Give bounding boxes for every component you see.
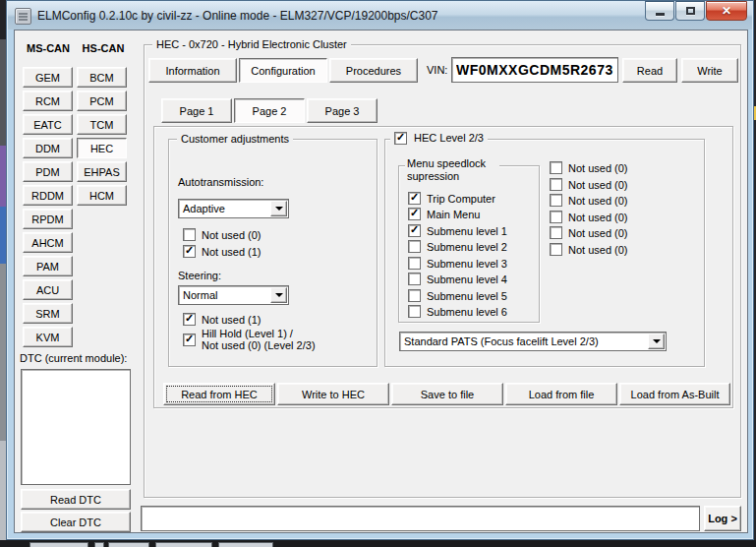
checkbox-submenu-3[interactable]: Submenu level 3	[408, 257, 507, 270]
tab-page-1[interactable]: Page 1	[161, 98, 232, 123]
screen: ELMConfig 0.2.10c by civil-zz - Online m…	[0, 0, 756, 547]
autotransmission-select[interactable]: Adaptive	[178, 199, 289, 218]
module-button-bcm[interactable]: BCM	[77, 67, 127, 88]
checkbox-not-used-1b[interactable]: ✓ Not used (1)	[183, 313, 262, 326]
steering-value: Normal	[179, 286, 269, 304]
checkbox-not-used-r5[interactable]: Not used (0)	[550, 226, 628, 239]
checkbox-box	[550, 211, 562, 223]
checkbox-not-used-r6[interactable]: Not used (0)	[550, 243, 628, 256]
clear-dtc-button[interactable]: Clear DTC	[21, 512, 131, 532]
taskbar-edge	[0, 540, 756, 547]
maximize-button[interactable]	[675, 1, 705, 21]
tab-procedures[interactable]: Procedures	[329, 58, 418, 83]
load-from-file-button[interactable]: Load from file	[505, 383, 617, 405]
checkbox-box: ✓	[183, 334, 196, 346]
module-button-hcm[interactable]: HCM	[77, 185, 127, 206]
checkbox-trip-computer[interactable]: ✓ Trip Computer	[408, 192, 495, 205]
module-button-rcm[interactable]: RCM	[23, 91, 73, 111]
checkbox-box	[550, 226, 562, 239]
hec-level-checkbox[interactable]: ✓	[394, 132, 407, 145]
minimize-button[interactable]	[645, 1, 674, 21]
chevron-down-icon[interactable]	[270, 201, 287, 216]
checkbox-not-used-r1[interactable]: Not used (0)	[550, 161, 628, 174]
check-icon: ✓	[396, 131, 405, 144]
checkbox-hill-hold[interactable]: ✓ Hill Hold (Level 1) / Not used (0) (Le…	[183, 328, 316, 351]
checkbox-not-used-r2[interactable]: Not used (0)	[550, 178, 628, 191]
checkbox-label: Not used (0)	[568, 195, 628, 207]
checkbox-label-line2: Not used (0) (Level 2/3)	[202, 339, 316, 351]
tab-information[interactable]: Information	[148, 58, 237, 83]
checkbox-label: Not used (0)	[568, 162, 628, 174]
checkbox-label: Not used (1)	[202, 314, 262, 326]
tab-page-3[interactable]: Page 3	[307, 98, 378, 123]
check-icon: ✓	[410, 223, 419, 236]
log-input[interactable]	[141, 506, 700, 531]
module-button-tcm[interactable]: TCM	[77, 114, 127, 135]
checkbox-main-menu[interactable]: ✓ Main Menu	[408, 208, 480, 220]
checkbox-box	[408, 257, 421, 270]
dtc-label: DTC (current module):	[20, 352, 127, 364]
checkbox-not-used-r4[interactable]: Not used (0)	[550, 211, 628, 223]
checkbox-not-used-0[interactable]: Not used (0)	[183, 228, 262, 241]
check-icon: ✓	[410, 207, 419, 219]
module-button-hec[interactable]: HEC	[77, 138, 127, 158]
menu-speedlock-title: Menu speedlock supression	[405, 157, 499, 183]
checkbox-label: Main Menu	[427, 209, 480, 220]
module-button-srm[interactable]: SRM	[23, 303, 73, 324]
steering-label: Steering:	[178, 270, 221, 281]
checkbox-submenu-5[interactable]: Submenu level 5	[408, 289, 507, 302]
close-button[interactable]: ✕	[706, 1, 747, 21]
module-button-ddm[interactable]: DDM	[23, 138, 73, 158]
read-button[interactable]: Read	[622, 58, 677, 83]
app-window: ELMConfig 0.2.10c by civil-zz - Online m…	[6, 0, 754, 540]
checkbox-submenu-2[interactable]: Submenu level 2	[408, 240, 507, 253]
checkbox-not-used-1[interactable]: ✓ Not used (1)	[183, 245, 262, 258]
hs-can-label: HS-CAN	[76, 42, 131, 54]
module-button-rpdm[interactable]: RPDM	[23, 209, 73, 229]
tab-page-2[interactable]: Page 2	[234, 98, 305, 123]
pats-value: Standard PATS (Focus facelift Level 2/3)	[400, 333, 647, 350]
module-button-pdm[interactable]: PDM	[23, 161, 73, 182]
checkbox-label: Submenu level 1	[427, 225, 507, 237]
tab-configuration[interactable]: Configuration	[239, 58, 327, 83]
checkbox-submenu-6[interactable]: Submenu level 6	[408, 305, 507, 318]
chevron-down-icon[interactable]	[648, 334, 665, 349]
checkbox-label: Submenu level 4	[427, 274, 507, 285]
chevron-down-icon[interactable]	[270, 287, 287, 303]
write-button[interactable]: Write	[681, 58, 738, 83]
checkbox-submenu-4[interactable]: Submenu level 4	[408, 273, 507, 285]
window-title: ELMConfig 0.2.10c by civil-zz - Online m…	[37, 9, 438, 23]
app-icon	[15, 8, 31, 25]
titlebar[interactable]: ELMConfig 0.2.10c by civil-zz - Online m…	[8, 2, 752, 30]
module-button-acu[interactable]: ACU	[23, 279, 73, 300]
log-button[interactable]: Log >	[704, 506, 741, 531]
load-from-asbuilt-button[interactable]: Load from As-Built	[619, 383, 730, 405]
steering-select[interactable]: Normal	[178, 285, 289, 305]
checkbox-not-used-r3[interactable]: Not used (0)	[550, 194, 628, 207]
checkbox-label: Not used (1)	[202, 246, 262, 258]
module-button-kvm[interactable]: KVM	[23, 327, 73, 347]
hec-level-title: HEC Level 2/3	[414, 132, 484, 145]
checkbox-label: Submenu level 2	[427, 241, 507, 253]
module-button-ahcm[interactable]: AHCM	[23, 232, 73, 253]
checkbox-box: ✓	[183, 245, 196, 258]
checkbox-box	[408, 240, 421, 253]
module-button-pcm[interactable]: PCM	[77, 91, 127, 111]
save-to-file-button[interactable]: Save to file	[391, 383, 503, 405]
module-button-ehpas[interactable]: EHPAS	[77, 161, 127, 182]
dtc-list[interactable]	[21, 369, 131, 485]
customer-adjustments-title: Customer adjustments	[177, 133, 293, 146]
read-from-hec-button[interactable]: Read from HEC	[163, 383, 275, 405]
module-button-gem[interactable]: GEM	[23, 67, 73, 88]
checkbox-submenu-1[interactable]: ✓ Submenu level 1	[408, 224, 507, 237]
client-area: MS-CAN HS-CAN GEM RCM EATC DDM PDM RDDM …	[14, 30, 748, 533]
module-button-pam[interactable]: PAM	[23, 256, 73, 276]
check-icon: ✓	[185, 244, 194, 257]
write-to-hec-button[interactable]: Write to HEC	[277, 383, 389, 405]
read-dtc-button[interactable]: Read DTC	[21, 489, 131, 510]
module-button-eatc[interactable]: EATC	[23, 114, 73, 135]
vin-input[interactable]	[451, 57, 618, 83]
checkbox-box: ✓	[408, 192, 421, 205]
module-button-rddm[interactable]: RDDM	[23, 185, 73, 206]
pats-select[interactable]: Standard PATS (Focus facelift Level 2/3)	[399, 332, 667, 351]
